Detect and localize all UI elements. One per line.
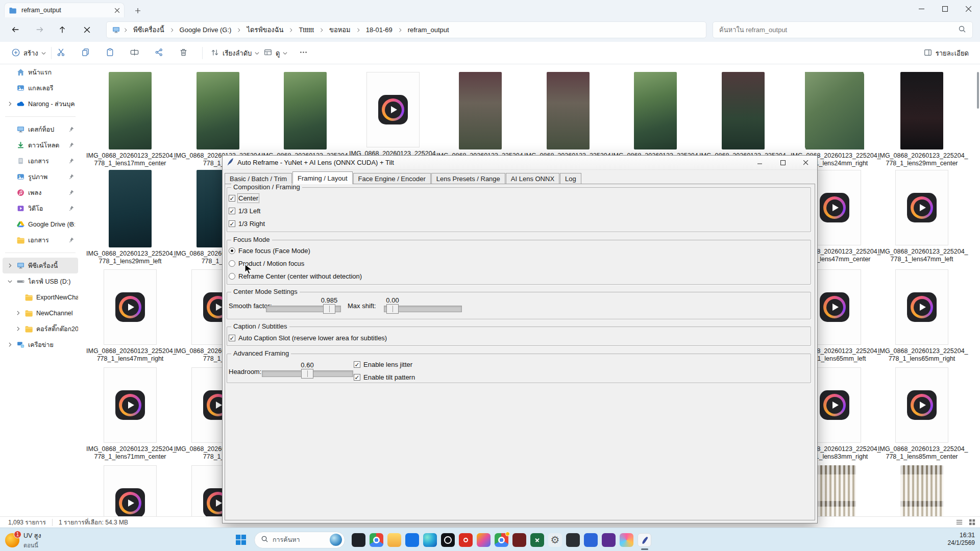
taskbar-app-notepad[interactable] [566,533,580,547]
smooth-factor-thumb[interactable] [323,304,335,314]
close-button[interactable] [957,0,980,17]
chevron-right-icon[interactable] [6,101,13,108]
taskbar-app-excel[interactable] [530,533,544,547]
image-file[interactable]: IMG_0868_20260123_225204_ [525,72,611,160]
taskbar-app-file-explorer[interactable] [387,533,401,547]
headroom-slider[interactable]: 0.60 [262,370,353,377]
taskbar-app-chrome[interactable] [370,533,383,547]
video-file[interactable]: IMG_0868_20260123_225204_778_1_lens65mm_… [878,269,965,363]
minimize-button[interactable] [910,0,933,17]
image-file[interactable] [878,465,965,516]
sidebar-item-วิดีโอ[interactable]: วิดีโอ [3,201,78,216]
more-options-button[interactable] [295,45,312,61]
taskbar-app-python-reframe-tool[interactable] [638,533,651,547]
chevron-down-icon[interactable] [6,278,13,285]
composition-checkbox-1-3-left[interactable]: ✓1/3 Left [229,207,260,215]
breadcrumb-item[interactable]: Ttttttt [295,24,317,35]
sidebar-item-หน้าแรก[interactable]: หน้าแรก [3,64,78,80]
taskbar-app-acrobat[interactable] [459,533,473,547]
dialog-tab-face-engine-encoder[interactable]: Face Engine / Encoder [353,173,431,184]
sidebar-item-เอกสาร[interactable]: เอกสาร [3,232,78,248]
taskbar-app-chrome-work[interactable] [495,533,508,547]
advanced-checkbox-enable-lens-jitter[interactable]: ✓Enable lens jitter [354,361,412,368]
image-file[interactable]: IMG_0868_20260123_225204_ [437,72,524,160]
checkbox-checked-icon[interactable]: ✓ [229,220,235,227]
system-tray[interactable]: 16:31 24/1/2569 [948,532,975,547]
image-file[interactable]: IMG_0868_20260123_225204_778_1_lens29mm_… [87,170,174,265]
composition-checkbox-1-3-right[interactable]: ✓1/3 Right [229,220,265,228]
checkbox-checked-icon[interactable]: ✓ [229,335,235,341]
chevron-right-icon[interactable] [14,310,21,317]
image-file[interactable]: IMG_0868_20260123_225204_ [262,72,349,160]
dialog-titlebar[interactable]: Auto Reframe - YuNet + AI Lens (ONNX CUD… [223,156,817,170]
dialog-tab-ai-lens-onnx[interactable]: AI Lens ONNX [506,173,559,184]
composition-checkbox-center[interactable]: ✓Center [229,194,258,202]
new-tab-button[interactable] [132,5,144,16]
sidebar-item-Google-Drive-G-[interactable]: Google Drive (G:) [3,216,78,232]
image-file[interactable]: IMG_0868_20260123_225204_778_1_lens24mm_… [791,72,878,167]
new-button[interactable]: สร้าง [7,45,50,61]
cut-button[interactable] [52,45,70,61]
image-file[interactable]: IMG_0868_20260123_225204_ [612,72,699,160]
sidebar-item-แกลเลอรี[interactable]: แกลเลอรี [3,80,78,96]
sort-button[interactable]: เรียงลำดับ [206,45,263,61]
sidebar-item-ดาวน์โหลด[interactable]: ดาวน์โหลด [3,137,78,153]
image-file[interactable]: IMG_0868_20260123_225204_778_1_len [175,72,261,167]
taskbar-app-jdownloader[interactable] [512,533,526,547]
taskbar-search[interactable]: การค้นหา [254,532,345,548]
image-file[interactable]: IMG_0868_20260123_225204_ [700,72,787,160]
dialog-tab-basic-batch-trim[interactable]: Basic / Batch / Trim [225,173,292,184]
dialog-tab-framing-layout[interactable]: Framing / Layout [292,171,353,184]
video-file[interactable]: IMG_0868_20260123_225204_778_1_lens71mm_… [87,367,174,461]
video-file[interactable]: IMG_0868_20260123_225204_778_1_lens47mm_… [87,269,174,363]
taskbar-app-illustrator-ai[interactable] [584,533,598,547]
chevron-right-icon[interactable] [6,341,13,348]
sidebar-item-เอกสาร[interactable]: เอกสาร [3,153,78,169]
max-shift-thumb[interactable] [386,304,399,314]
taskbar-app-edge[interactable] [423,533,437,547]
sidebar-item-เพลง[interactable]: เพลง [3,185,78,201]
tab-close-icon[interactable] [114,8,120,13]
weather-widget[interactable]: 1 UV สูง ตอนนี้ [5,531,41,550]
sidebar-item-NewChannel[interactable]: NewChannel [11,305,78,321]
thumbnail-view-icon[interactable] [968,518,976,528]
rename-button[interactable] [126,45,143,61]
image-file[interactable]: IMG_0868_20260123_225204_778_1_lens17mm_… [87,72,174,167]
radio-icon[interactable] [229,273,235,280]
max-shift-slider[interactable]: 0.00 [384,306,462,312]
maximize-button[interactable] [933,0,957,17]
dialog-tab-log[interactable]: Log [560,173,581,184]
image-file[interactable]: IMG_0868_20260123_225204_778_1_lens29mm_… [878,72,965,167]
video-file[interactable]: IMG_0868_20260123_225204_778_1_lens85mm_… [878,367,965,461]
checkbox-checked-icon[interactable]: ✓ [354,361,360,368]
back-button[interactable] [7,21,24,38]
video-file[interactable] [87,465,174,516]
chevron-right-icon[interactable] [14,325,21,333]
sidebar-item-รูปภาพ[interactable]: รูปภาพ [3,169,78,185]
focus-radio-product-motion-focus[interactable]: Product / Motion focus [229,260,304,267]
explorer-tab[interactable]: refram_output [4,3,125,17]
address-bar[interactable]: พีซีเครื่องนี้Google Drive (G:)ไดรฟ์ของฉ… [106,21,706,38]
search-box[interactable] [713,21,973,38]
chevron-right-icon[interactable] [6,262,13,269]
share-button[interactable] [150,45,168,61]
smooth-factor-slider[interactable]: 0.985 [266,306,341,312]
view-button[interactable]: ดู [259,45,291,61]
checkbox-checked-icon[interactable]: ✓ [229,208,235,214]
breadcrumb-item[interactable]: ขอหอม [326,23,354,37]
focus-radio-face-focus-face-mode-[interactable]: Face focus (Face Mode) [229,247,310,255]
paste-button[interactable] [101,45,119,61]
breadcrumb-item[interactable]: Google Drive (G:) [176,24,235,35]
search-icon[interactable] [958,25,966,35]
advanced-checkbox-enable-tilt-pattern[interactable]: ✓Enable tilt pattern [354,373,415,381]
dialog-minimize-button[interactable] [748,156,771,170]
breadcrumb-item[interactable]: พีซีเครื่องนี้ [130,23,168,37]
taskbar-app-photos[interactable] [477,533,491,547]
taskbar-app-obs[interactable] [441,533,455,547]
vertical-scrollbar[interactable] [977,72,979,109]
sidebar-item-พีซีเครื่องนี้[interactable]: พีซีเครื่องนี้ [3,258,78,273]
auto-caption-checkbox[interactable]: ✓ Auto Caption Slot (reserve lower area … [229,334,387,342]
sidebar-item-เดสก์ท็อป[interactable]: เดสก์ท็อป [3,121,78,137]
checkbox-checked-icon[interactable]: ✓ [354,374,360,381]
details-view-icon[interactable] [955,518,963,528]
